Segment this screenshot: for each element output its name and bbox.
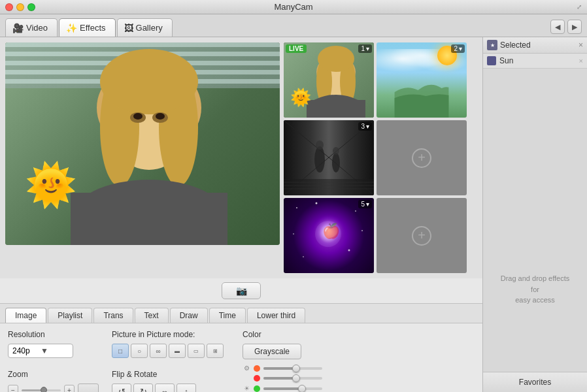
color-track-2[interactable] — [263, 377, 322, 380]
resolution-select[interactable]: 240p ▼ — [8, 344, 73, 358]
color-dot-3 — [254, 385, 260, 392]
video-streams-row: 🌞 — [0, 37, 482, 278]
svg-point-9 — [133, 113, 143, 120]
svg-point-25 — [332, 153, 340, 172]
svg-rect-17 — [307, 100, 365, 118]
pip-mode-infinity[interactable]: ∞ — [150, 344, 167, 358]
zoom-display — [78, 384, 99, 392]
selected-title: Selected — [500, 41, 579, 50]
maximize-button[interactable] — [27, 3, 35, 11]
main-video: 🌞 — [5, 42, 280, 245]
subtab-trans[interactable]: Trans — [93, 308, 133, 323]
pip-mode-circle[interactable]: ○ — [131, 344, 148, 358]
drag-drop-area: Drag and drop effects for easy access — [483, 207, 587, 372]
zoom-label: Zoom — [8, 370, 99, 379]
svg-point-15 — [318, 46, 354, 72]
svg-point-35 — [348, 250, 350, 252]
stream-cell-2[interactable]: 2▾ — [377, 42, 467, 118]
color-label: Color — [243, 330, 322, 339]
stream-cell-3[interactable]: 3▾ — [284, 120, 374, 195]
tab-gallery[interactable]: 🖼 Gallery — [117, 18, 173, 37]
pip-label: Picture in Picture mode: — [112, 330, 229, 339]
stream4-add-icon: + — [412, 148, 431, 168]
pip-mode-narrow[interactable]: ▭ — [188, 344, 205, 358]
color-knob-3 — [298, 385, 306, 393]
subtab-text[interactable]: Text — [135, 308, 169, 323]
svg-point-32 — [316, 203, 318, 204]
content-area: 🌞 — [0, 37, 587, 392]
favorites-button[interactable]: Favorites — [483, 372, 587, 392]
pip-mode-wide[interactable]: ▬ — [169, 344, 186, 358]
selected-close-button[interactable]: × — [579, 41, 583, 50]
zoom-slider[interactable] — [22, 389, 61, 391]
selected-item-sun-label: Sun — [499, 56, 579, 65]
nav-back-button[interactable]: ◀ — [550, 20, 565, 34]
zoom-plus-button[interactable]: + — [64, 385, 75, 392]
streams-panel: 🌞 LIVE 1▾ — [284, 42, 467, 273]
selected-item-sun-remove[interactable]: × — [579, 57, 583, 65]
zoom-minus-button[interactable]: − — [8, 385, 18, 392]
main-tab-bar: 🎥 Video ✨ Effects 🖼 Gallery ◀ ▶ — [0, 14, 587, 37]
stream5-bg: 🍎 — [284, 198, 374, 273]
stream-cell-4[interactable]: + — [377, 120, 467, 195]
resolution-group: Resolution 240p ▼ Zoom − + — [8, 330, 99, 392]
color-knob-1 — [292, 365, 300, 372]
svg-rect-27 — [284, 179, 374, 195]
tab-video[interactable]: 🎥 Video — [5, 18, 58, 37]
controls-section: Image Playlist Trans Text Draw — [0, 303, 482, 392]
subtab-draw[interactable]: Draw — [170, 308, 208, 323]
nav-forward-button[interactable]: ▶ — [567, 20, 582, 34]
brightness-icon: ☀ — [243, 385, 250, 392]
svg-text:🍎: 🍎 — [322, 222, 341, 240]
color-track-3[interactable] — [263, 387, 322, 390]
svg-point-36 — [361, 230, 363, 231]
svg-rect-6 — [71, 193, 227, 245]
camera-capture-button[interactable]: 📷 — [222, 282, 261, 299]
title-bar: ManyCam ⤢ — [0, 0, 587, 14]
color-group: Color Grayscale ⚙ — [243, 330, 322, 392]
color-slider-1: ⚙ — [243, 365, 322, 372]
stream3-bg — [284, 120, 374, 195]
color-slider-2 — [243, 375, 322, 382]
flip-rotate-label: Flip & Rotate — [112, 370, 229, 379]
color-dot-1 — [254, 365, 260, 372]
subtab-image[interactable]: Image — [5, 308, 46, 323]
selected-item-sun: Sun × — [483, 54, 587, 69]
stream-cell-1[interactable]: 🌞 LIVE 1▾ — [284, 42, 374, 118]
resolution-arrow-icon: ▼ — [41, 346, 69, 355]
stream2-bg — [377, 42, 467, 118]
stream1-sun: 🌞 — [290, 88, 311, 108]
stream-cell-5[interactable]: 🍎 5▾ — [284, 198, 374, 273]
stream6-add-icon: + — [412, 226, 431, 246]
grayscale-button[interactable]: Grayscale — [243, 344, 301, 359]
close-button[interactable] — [5, 3, 13, 11]
flip-v-button[interactable]: ↕ — [176, 384, 196, 392]
resolution-label: Resolution — [8, 330, 99, 339]
stream5-badge: 5▾ — [358, 200, 372, 208]
svg-point-31 — [296, 207, 297, 208]
minimize-button[interactable] — [16, 3, 24, 11]
pip-modes: □ ○ ∞ ▬ ▭ ⊞ — [112, 344, 229, 358]
subtab-time[interactable]: Time — [209, 308, 246, 323]
color-dots-icon-1: ⚙ — [243, 365, 250, 372]
color-dot-2 — [254, 375, 260, 382]
tab-effects[interactable]: ✨ Effects — [59, 18, 116, 37]
subtab-playlist[interactable]: Playlist — [48, 308, 92, 323]
color-knob-2 — [292, 374, 300, 382]
pip-mode-grid[interactable]: ⊞ — [207, 344, 224, 358]
stream2-landscape — [377, 73, 467, 118]
rotate-cw-button[interactable]: ↺ — [112, 384, 131, 392]
subtab-lower-third[interactable]: Lower third — [247, 308, 305, 323]
stream-cell-6[interactable]: + — [377, 198, 467, 273]
left-panel: 🌞 — [0, 37, 482, 392]
selected-empty-space — [483, 69, 587, 207]
main-video-bg: 🌞 — [5, 42, 280, 245]
rotate-ccw-button[interactable]: ↻ — [133, 384, 153, 392]
pip-mode-square[interactable]: □ — [112, 344, 129, 358]
color-track-1[interactable] — [263, 367, 322, 370]
sub-tab-bar: Image Playlist Trans Text Draw — [0, 304, 482, 323]
stream1-badge: 1▾ — [358, 44, 372, 53]
window-controls — [5, 3, 35, 11]
svg-point-34 — [303, 256, 304, 257]
flip-h-button[interactable]: ↔ — [155, 384, 175, 392]
